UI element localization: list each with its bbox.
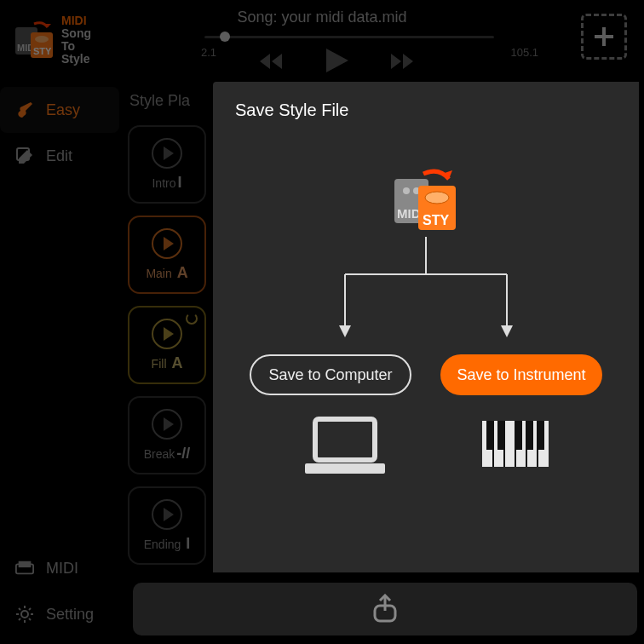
tile-suffix: A xyxy=(171,354,182,371)
tile-ending[interactable]: Ending I xyxy=(128,486,206,565)
svg-rect-47 xyxy=(515,421,522,450)
branch-diagram xyxy=(264,237,588,348)
svg-rect-46 xyxy=(497,421,505,450)
svg-marker-41 xyxy=(501,325,513,337)
sidebar-item-setting[interactable]: Setting xyxy=(0,591,119,637)
logo-line3: To xyxy=(61,40,91,53)
rewind-icon[interactable] xyxy=(260,52,285,76)
panel-title: Style Pla xyxy=(129,92,221,110)
tile-label: Ending xyxy=(144,538,181,551)
svg-point-5 xyxy=(35,36,49,43)
svg-marker-8 xyxy=(326,49,348,72)
svg-rect-43 xyxy=(305,463,385,474)
tile-suffix: A xyxy=(177,264,188,281)
svg-marker-40 xyxy=(339,325,351,337)
tile-label: Main xyxy=(146,267,171,280)
forward-icon[interactable] xyxy=(389,52,415,76)
svg-rect-45 xyxy=(486,421,494,450)
play-icon xyxy=(152,499,182,530)
svg-line-23 xyxy=(19,618,20,620)
svg-rect-15 xyxy=(19,561,32,567)
sidebar-item-label: Edit xyxy=(46,147,72,165)
svg-text:STY: STY xyxy=(33,46,52,56)
svg-rect-42 xyxy=(315,419,375,460)
transport: 2.1 105.1 xyxy=(204,31,494,43)
tile-main-a[interactable]: Main A xyxy=(128,216,206,294)
button-label: Save to Instrument xyxy=(457,366,585,384)
refresh-icon xyxy=(186,313,198,325)
svg-marker-10 xyxy=(403,54,413,69)
svg-text:MID: MID xyxy=(397,206,421,221)
play-icon[interactable] xyxy=(325,47,350,81)
export-button[interactable] xyxy=(133,583,637,635)
sidebar-item-midi[interactable]: MIDI xyxy=(0,545,119,591)
time-total: 105.1 xyxy=(510,46,538,59)
svg-line-21 xyxy=(19,608,20,610)
tile-suffix: I xyxy=(178,174,182,191)
sidebar-item-edit[interactable]: Edit xyxy=(0,133,119,179)
svg-text:STY: STY xyxy=(423,213,449,227)
timeline-slider[interactable] xyxy=(204,31,494,43)
tile-suffix: -// xyxy=(176,445,190,462)
tile-break[interactable]: Break-// xyxy=(128,396,206,474)
save-to-computer-button[interactable]: Save to Computer xyxy=(250,354,411,395)
sidebar-item-label: Easy xyxy=(46,101,80,119)
logo-line2: Song xyxy=(61,27,91,40)
svg-rect-48 xyxy=(526,421,533,450)
svg-marker-9 xyxy=(391,54,401,69)
tile-label: Break xyxy=(144,447,175,461)
modal-title: Save Style File xyxy=(235,101,617,120)
tile-label: Intro xyxy=(152,176,175,190)
edit-icon xyxy=(15,147,34,165)
svg-line-22 xyxy=(29,618,31,620)
play-icon xyxy=(152,319,182,349)
svg-line-24 xyxy=(29,608,31,610)
svg-marker-7 xyxy=(260,54,270,69)
play-icon xyxy=(152,409,182,440)
tile-suffix: I xyxy=(186,535,190,552)
song-title: Song: your midi data.mid xyxy=(0,9,644,26)
time-current: 2.1 xyxy=(201,46,216,59)
tile-label: Fill xyxy=(152,357,167,371)
save-style-modal: Save Style File MID STY xyxy=(213,82,639,572)
svg-marker-6 xyxy=(272,54,282,69)
gear-icon xyxy=(15,605,34,624)
keyboard-icon xyxy=(477,414,554,486)
sidebar-item-label: Setting xyxy=(46,606,94,624)
logo-line4: Style xyxy=(61,53,91,66)
share-icon xyxy=(371,594,399,624)
svg-point-28 xyxy=(403,187,410,194)
svg-marker-31 xyxy=(442,170,452,179)
sidebar-item-easy[interactable]: Easy xyxy=(0,87,119,133)
tile-intro[interactable]: IntroI xyxy=(128,125,206,204)
button-label: Save to Computer xyxy=(268,366,392,384)
tile-fill-a[interactable]: Fill A xyxy=(128,306,206,384)
modal-logo: MID STY xyxy=(388,167,464,239)
svg-rect-49 xyxy=(537,421,544,450)
svg-point-16 xyxy=(21,611,28,618)
sidebar-item-label: MIDI xyxy=(46,560,78,578)
laptop-icon xyxy=(298,414,392,486)
play-icon xyxy=(152,138,182,169)
save-to-instrument-button[interactable]: Save to Instrument xyxy=(440,354,602,395)
play-icon xyxy=(152,228,182,259)
midi-icon xyxy=(15,559,34,578)
add-style-button[interactable] xyxy=(581,14,627,60)
guitar-icon xyxy=(15,101,34,119)
